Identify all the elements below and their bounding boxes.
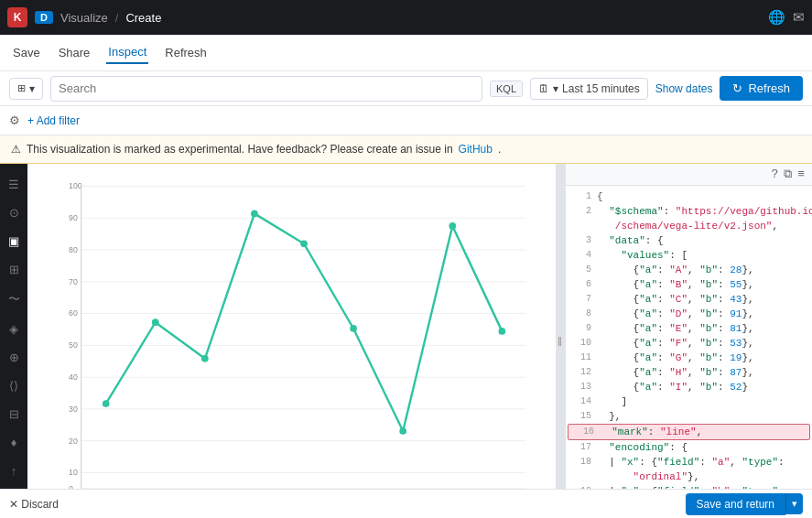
- json-editor: ? ⧉ ≡ 1 { 2 "$schema": "https://vega/git…: [565, 164, 812, 518]
- svg-point-27: [300, 240, 308, 247]
- svg-text:40: 40: [69, 372, 78, 382]
- time-range-label: Last 15 minutes: [562, 82, 640, 95]
- svg-text:100: 100: [69, 181, 82, 190]
- json-line-3: 3 "data": {: [566, 233, 812, 248]
- json-line-5: 5 {"a": "A", "b": 28},: [566, 263, 812, 277]
- refresh-icon: ↻: [732, 81, 742, 95]
- json-line-2b: /schema/vega-lite/v2.json",: [566, 219, 812, 233]
- save-return-button[interactable]: Save and return: [686, 493, 785, 515]
- save-type-selector: Save and return ▾: [686, 493, 803, 515]
- filter-options-button[interactable]: ⊞ ▾: [9, 78, 43, 100]
- content-row: ☰ ⊙ ▣ ⊞ 〜 ◈ ⊕ ⟨⟩ ⊟ ♦ ↑ ⚙ ◂ 100 90 80 70 …: [0, 164, 812, 518]
- filter-row: ⚙ + Add filter: [0, 106, 812, 135]
- share-button[interactable]: Share: [57, 42, 92, 63]
- github-link[interactable]: GitHub: [459, 143, 493, 156]
- sidebar-icon-uptime[interactable]: ↑: [0, 458, 27, 484]
- collapse-icon: ‖: [556, 336, 566, 346]
- nav-visualize[interactable]: Visualize: [60, 11, 108, 25]
- sidebar-icon-dashboard[interactable]: ⊞: [0, 256, 27, 283]
- mail-icon[interactable]: ✉: [793, 9, 805, 26]
- json-line-17: 17 "encoding": {: [566, 440, 812, 455]
- svg-point-31: [498, 328, 505, 335]
- json-editor-toolbar: ? ⧉ ≡: [566, 164, 812, 186]
- search-bar: ⊞ ▾ KQL 🗓 ▾ Last 15 minutes Show dates ↻…: [0, 71, 812, 106]
- svg-point-30: [449, 222, 456, 230]
- add-filter-button[interactable]: + Add filter: [27, 114, 80, 127]
- globe-icon[interactable]: 🌐: [768, 9, 785, 26]
- json-line-10: 10 {"a": "F", "b": 53},: [566, 336, 812, 351]
- chart-area: 100 90 80 70 60 50 40 30 20 10 0: [27, 164, 556, 518]
- app-logo: K: [7, 7, 27, 27]
- svg-point-29: [399, 427, 406, 435]
- svg-text:50: 50: [69, 340, 78, 350]
- sidebar-icon-ml[interactable]: ⟨⟩: [0, 372, 27, 399]
- collapse-handle[interactable]: ‖: [556, 164, 565, 518]
- svg-point-23: [103, 400, 110, 407]
- svg-text:60: 60: [69, 308, 78, 318]
- svg-point-25: [201, 355, 209, 362]
- sidebar-icon-infra[interactable]: ⊟: [0, 401, 27, 427]
- svg-point-24: [152, 318, 159, 326]
- refresh-button[interactable]: ↻ Refresh: [720, 76, 803, 101]
- nav-create: Create: [125, 11, 161, 25]
- json-line-12: 12 {"a": "H", "b": 87},: [566, 365, 812, 380]
- svg-text:90: 90: [69, 213, 78, 222]
- json-copy-icon[interactable]: ⧉: [784, 167, 792, 181]
- warning-suffix: .: [498, 143, 501, 156]
- sidebar-icon-canvas[interactable]: ◈: [0, 316, 27, 342]
- svg-text:10: 10: [69, 468, 78, 477]
- chart-svg: 100 90 80 70 60 50 40 30 20 10 0: [37, 173, 547, 509]
- discard-button[interactable]: ✕ Discard: [9, 498, 59, 511]
- search-input-wrap: [50, 76, 482, 102]
- warning-banner: ⚠ This visualization is marked as experi…: [0, 135, 812, 164]
- search-input[interactable]: [59, 81, 474, 95]
- sidebar-icon-timelion[interactable]: 〜: [0, 285, 27, 314]
- bottom-bar: ✕ Discard Save and return ▾: [0, 489, 812, 518]
- workspace-badge[interactable]: D: [35, 11, 53, 24]
- show-dates-button[interactable]: Show dates: [655, 82, 713, 95]
- filter-icon: ⊞: [17, 82, 26, 94]
- refresh-toolbar-button[interactable]: Refresh: [163, 42, 209, 63]
- json-line-16[interactable]: 16 "mark": "line",: [568, 424, 810, 440]
- sidebar-icon-menu[interactable]: ☰: [0, 171, 27, 198]
- inspect-button[interactable]: Inspect: [106, 41, 148, 64]
- sidebar-icon-maps[interactable]: ⊕: [0, 344, 27, 371]
- sidebar-icon-visualize[interactable]: ▣: [0, 228, 27, 254]
- save-dropdown-button[interactable]: ▾: [785, 493, 803, 514]
- time-chevron: ▾: [553, 82, 558, 95]
- time-picker-button[interactable]: 🗓 ▾ Last 15 minutes: [530, 78, 648, 100]
- json-menu-icon[interactable]: ≡: [797, 167, 805, 181]
- json-line-6: 6 {"a": "B", "b": 55},: [566, 277, 812, 292]
- left-sidebar: ☰ ⊙ ▣ ⊞ 〜 ◈ ⊕ ⟨⟩ ⊟ ♦ ↑ ⚙ ◂: [0, 164, 27, 518]
- json-line-15: 15 },: [566, 409, 812, 424]
- calendar-icon: 🗓: [538, 82, 549, 95]
- json-line-14: 14 ]: [566, 394, 812, 409]
- json-line-4: 4 "values": [: [566, 248, 812, 263]
- warning-text: This visualization is marked as experime…: [27, 143, 453, 156]
- json-help-icon[interactable]: ?: [771, 167, 778, 181]
- svg-text:20: 20: [69, 437, 78, 446]
- refresh-label: Refresh: [748, 81, 790, 95]
- filter-options-icon[interactable]: ⚙: [9, 113, 20, 127]
- toolbar: Save Share Inspect Refresh: [0, 35, 812, 71]
- app-wrapper: K D Visualize / Create 🌐 ✉ Save Share In…: [0, 0, 812, 518]
- nav-separator: /: [115, 11, 119, 25]
- kql-badge[interactable]: KQL: [490, 81, 523, 97]
- json-line-8: 8 {"a": "D", "b": 91},: [566, 307, 812, 321]
- svg-text:80: 80: [69, 245, 78, 254]
- json-line-9: 9 {"a": "E", "b": 81},: [566, 321, 812, 336]
- save-button[interactable]: Save: [11, 42, 42, 63]
- json-line-2: 2 "$schema": "https://vega/github.io: [566, 204, 812, 219]
- svg-text:70: 70: [69, 277, 78, 286]
- json-line-11: 11 {"a": "G", "b": 19},: [566, 351, 812, 365]
- top-nav: K D Visualize / Create 🌐 ✉: [0, 0, 812, 35]
- warning-icon: ⚠: [11, 143, 21, 156]
- sidebar-icon-apm[interactable]: ♦: [0, 429, 27, 456]
- json-line-18b: "ordinal"},: [566, 469, 812, 484]
- json-lines: 1 { 2 "$schema": "https://vega/github.io…: [566, 186, 812, 518]
- json-line-13: 13 {"a": "I", "b": 52}: [566, 380, 812, 394]
- filter-chevron: ▾: [29, 82, 35, 95]
- sidebar-icon-discover[interactable]: ⊙: [0, 200, 27, 226]
- svg-point-26: [251, 210, 258, 218]
- json-line-1: 1 {: [566, 189, 812, 204]
